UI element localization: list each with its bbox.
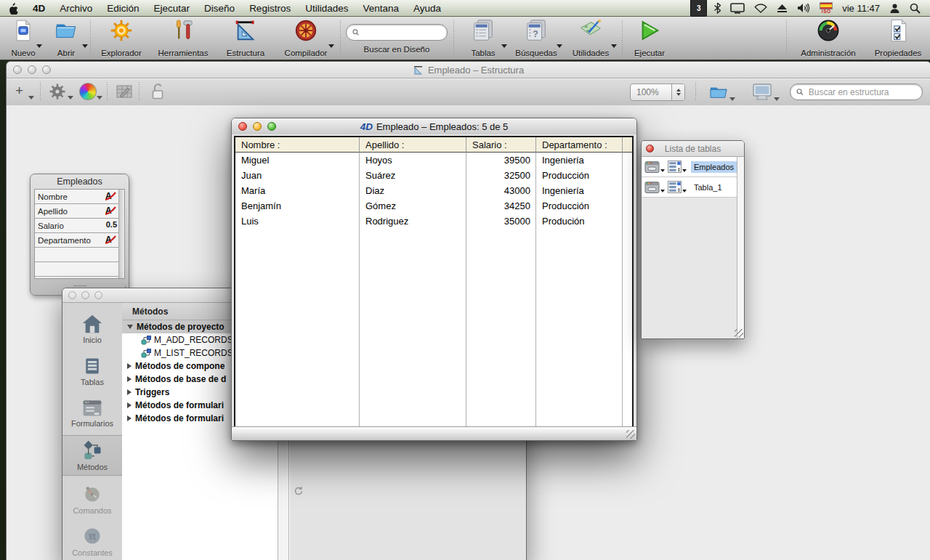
user-icon[interactable] xyxy=(887,0,902,16)
zoom-down-arrow[interactable] xyxy=(676,93,681,96)
cell[interactable]: Juan xyxy=(235,168,360,183)
queries-button[interactable]: ? Búsquedas xyxy=(509,18,564,57)
sidebar-item-formularios[interactable]: Formularios xyxy=(62,393,122,434)
field-row[interactable]: Nombre A xyxy=(35,190,124,204)
new-dropdown-arrow[interactable] xyxy=(36,44,42,48)
color-wheel-button[interactable] xyxy=(79,83,97,100)
cell[interactable]: Produción xyxy=(536,214,623,229)
list-form-icon[interactable] xyxy=(668,181,688,193)
sidebar-item-tablas[interactable]: Tablas xyxy=(62,351,122,391)
utilities-dropdown-arrow[interactable] xyxy=(611,44,617,48)
menu-utilidades[interactable]: Utilidades xyxy=(298,0,355,16)
sidebar-item-metodos[interactable]: Métodos xyxy=(62,435,122,476)
list-dropdown-arrow[interactable] xyxy=(682,169,687,172)
explorer-button[interactable]: Explorador xyxy=(93,18,150,57)
tools-button[interactable]: Herramientas xyxy=(150,18,217,57)
palette-titlebar[interactable]: Lista de tablas xyxy=(642,141,744,157)
close-button[interactable] xyxy=(238,122,247,131)
edit-grid-button[interactable] xyxy=(116,83,133,103)
cell[interactable]: 35000 xyxy=(466,214,536,229)
close-button[interactable] xyxy=(68,291,76,299)
close-button[interactable] xyxy=(13,65,22,74)
table-list-row-empleados[interactable]: Empleados xyxy=(642,157,744,177)
open-button[interactable]: Abrir xyxy=(46,18,86,57)
zoom-button[interactable] xyxy=(94,291,102,299)
cell[interactable]: Suárez xyxy=(360,168,466,183)
compiler-dropdown-arrow[interactable] xyxy=(328,44,334,48)
cell[interactable]: Luis xyxy=(235,214,360,229)
cell[interactable]: Rodriguez xyxy=(360,214,466,229)
cell[interactable]: 34250 xyxy=(466,198,536,214)
add-dropdown-arrow[interactable] xyxy=(28,96,34,100)
spaces-indicator[interactable]: 3 xyxy=(690,0,707,17)
bluetooth-icon[interactable] xyxy=(712,0,723,16)
cell[interactable]: Miguel xyxy=(235,153,360,168)
zoom-stepper[interactable]: 100% xyxy=(630,84,685,101)
lock-button[interactable] xyxy=(149,83,168,104)
sidebar-item-constantes[interactable]: π Constantes xyxy=(62,521,122,560)
field-row[interactable]: Salario 0.5 xyxy=(35,219,124,233)
table-box-empleados[interactable]: Empleados Nombre A Apellido A Salario 0.… xyxy=(30,174,129,296)
fields-scrollbar[interactable] xyxy=(118,190,124,278)
menu-app-4d[interactable]: 4D xyxy=(25,0,52,16)
wifi-icon[interactable] xyxy=(752,0,769,16)
open-dropdown-arrow[interactable] xyxy=(82,44,88,48)
table-name-selected[interactable]: Empleados xyxy=(691,161,737,173)
minimize-button[interactable] xyxy=(253,122,262,131)
cell[interactable]: Hoyos xyxy=(360,153,466,168)
new-button[interactable]: Nuevo xyxy=(6,18,41,57)
folders-button[interactable] xyxy=(708,83,729,103)
cell[interactable]: Benjamín xyxy=(235,198,360,214)
column-header-nombre[interactable]: Nombre : xyxy=(235,137,360,153)
field-row-empty[interactable] xyxy=(35,248,124,262)
cell[interactable]: Gómez xyxy=(360,198,466,214)
display-dropdown-arrow[interactable] xyxy=(774,97,780,101)
form-window-icon[interactable] xyxy=(644,182,666,193)
field-row-empty[interactable] xyxy=(35,262,124,277)
column-header-apellido[interactable]: Apellido : xyxy=(360,137,466,153)
menu-archivo[interactable]: Archivo xyxy=(52,0,100,16)
run-button[interactable]: Ejecutar xyxy=(628,18,671,57)
display-options-button[interactable] xyxy=(752,83,772,104)
table-name[interactable]: Tabla_1 xyxy=(691,182,737,193)
table-box-title[interactable]: Empleados xyxy=(31,174,129,189)
menu-clock[interactable]: vie 11:47 xyxy=(840,0,882,16)
column-header-salario[interactable]: Salario : xyxy=(466,137,536,153)
cell[interactable]: Producción xyxy=(536,198,623,214)
tables-dropdown-arrow[interactable] xyxy=(501,44,507,48)
field-row[interactable]: Apellido A xyxy=(35,204,124,219)
cell[interactable]: Ingeniería xyxy=(536,183,623,198)
form-dropdown-arrow[interactable] xyxy=(660,169,665,172)
design-search-field[interactable] xyxy=(346,24,448,41)
color-dropdown-arrow[interactable] xyxy=(97,96,102,100)
menu-ventana[interactable]: Ventana xyxy=(355,0,406,16)
structure-window-titlebar[interactable]: Empleado – Estructura xyxy=(7,62,930,78)
display-icon[interactable] xyxy=(728,0,747,16)
close-button[interactable] xyxy=(646,145,654,153)
window-resize-grip[interactable] xyxy=(626,430,635,439)
disclosure-collapsed-icon[interactable] xyxy=(127,363,132,369)
apple-menu[interactable] xyxy=(0,0,25,16)
structure-search-field[interactable] xyxy=(790,84,923,100)
menu-registros[interactable]: Registros xyxy=(242,0,298,16)
cell[interactable]: 32500 xyxy=(466,168,536,183)
menu-ejecutar[interactable]: Ejecutar xyxy=(147,0,198,16)
table-list-row-tabla1[interactable]: Tabla_1 xyxy=(642,177,744,198)
sidebar-item-inicio[interactable]: Inicio xyxy=(62,309,122,349)
cell[interactable]: 43000 xyxy=(466,183,536,198)
cell[interactable]: María xyxy=(235,183,360,198)
settings-gear-button[interactable] xyxy=(49,83,66,103)
minimize-button[interactable] xyxy=(81,291,89,299)
column-header-departamento[interactable]: Departamento : xyxy=(536,137,623,153)
zoom-stepper-buttons[interactable] xyxy=(671,84,684,100)
field-row[interactable]: Departamento A xyxy=(35,233,124,248)
sidebar-item-comandos[interactable]: Comandos xyxy=(62,479,122,519)
cell[interactable]: 39500 xyxy=(466,153,536,168)
zoom-up-arrow[interactable] xyxy=(676,89,681,92)
list-dropdown-arrow[interactable] xyxy=(682,190,687,192)
queries-dropdown-arrow[interactable] xyxy=(557,44,562,48)
zoom-button[interactable] xyxy=(267,122,276,131)
disclosure-collapsed-icon[interactable] xyxy=(127,389,132,395)
admin-button[interactable]: Administración xyxy=(790,18,866,57)
structure-button[interactable]: Estructura xyxy=(217,18,275,57)
